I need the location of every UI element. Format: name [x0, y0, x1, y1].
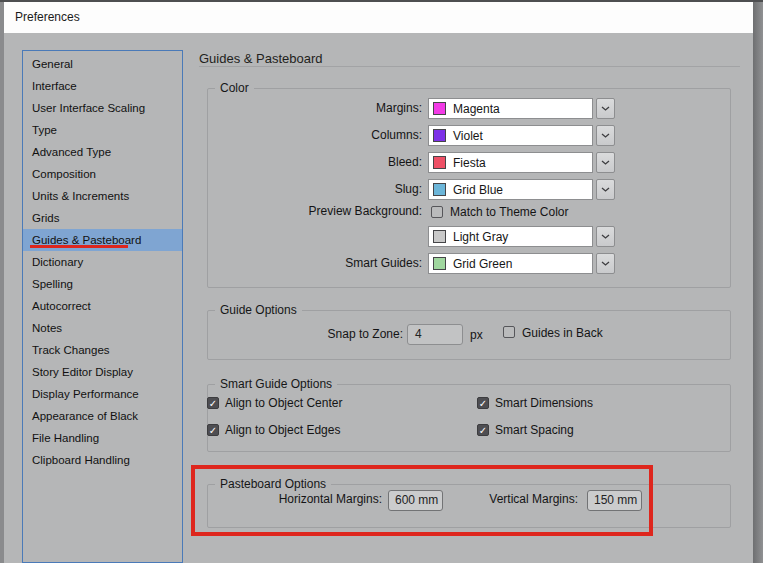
sidebar-item-advanced-type[interactable]: Advanced Type — [23, 141, 182, 163]
smart-guides-swatch — [433, 257, 446, 270]
chevron-down-icon — [601, 106, 610, 111]
columns-dropdown-button[interactable] — [596, 125, 615, 146]
color-group-title: Color — [215, 81, 254, 95]
chevron-down-icon — [601, 261, 610, 266]
slug-color-select[interactable]: Grid Blue — [428, 179, 593, 200]
columns-color-swatch — [433, 129, 446, 142]
sidebar-item-clipboard-handling[interactable]: Clipboard Handling — [23, 449, 182, 471]
match-theme-checkbox[interactable] — [431, 206, 443, 218]
bleed-color-select[interactable]: Fiesta — [428, 152, 593, 173]
align-object-edges-label: Align to Object Edges — [225, 422, 340, 438]
window-titlebar[interactable]: Preferences — [4, 2, 753, 33]
smart-dimensions-label: Smart Dimensions — [495, 395, 593, 411]
slug-color-swatch — [433, 183, 446, 196]
bleed-label: Bleed: — [234, 152, 422, 173]
sidebar-item-user-interface-scaling[interactable]: User Interface Scaling — [23, 97, 182, 119]
margins-label: Margins: — [234, 98, 422, 119]
smart-spacing-label: Smart Spacing — [495, 422, 574, 438]
preview-background-dropdown-button[interactable] — [596, 226, 615, 247]
sidebar-item-grids[interactable]: Grids — [23, 207, 182, 229]
preferences-dialog: Preferences General Interface User Inter… — [4, 2, 753, 563]
sidebar-item-appearance-of-black[interactable]: Appearance of Black — [23, 405, 182, 427]
smart-dimensions-checkbox[interactable]: ✓ — [477, 397, 489, 409]
chevron-down-icon — [601, 234, 610, 239]
guides-in-back-label: Guides in Back — [522, 325, 603, 341]
slug-label: Slug: — [234, 179, 422, 200]
sidebar-item-composition[interactable]: Composition — [23, 163, 182, 185]
slug-dropdown-button[interactable] — [596, 179, 615, 200]
align-object-center-label: Align to Object Center — [225, 395, 342, 411]
window-right-edge — [753, 2, 763, 563]
sidebar-item-interface[interactable]: Interface — [23, 75, 182, 97]
smart-guide-options-title: Smart Guide Options — [215, 377, 337, 391]
bleed-color-value: Fiesta — [453, 156, 486, 170]
page-title: Guides & Pasteboard — [199, 51, 323, 66]
sidebar-item-notes[interactable]: Notes — [23, 317, 182, 339]
slug-color-value: Grid Blue — [453, 183, 503, 197]
align-object-edges-checkbox[interactable]: ✓ — [207, 424, 219, 436]
window-title: Preferences — [15, 10, 80, 24]
annotation-rect — [191, 465, 653, 536]
guides-in-back-checkbox[interactable] — [503, 326, 515, 338]
heading-separator — [199, 66, 740, 67]
bleed-color-swatch — [433, 156, 446, 169]
chevron-down-icon — [601, 133, 610, 138]
smart-spacing-checkbox[interactable]: ✓ — [477, 424, 489, 436]
sidebar-item-story-editor-display[interactable]: Story Editor Display — [23, 361, 182, 383]
chevron-down-icon — [601, 187, 610, 192]
sidebar-item-display-performance[interactable]: Display Performance — [23, 383, 182, 405]
preview-background-swatch — [433, 230, 446, 243]
columns-label: Columns: — [234, 125, 422, 146]
columns-color-select[interactable]: Violet — [428, 125, 593, 146]
smart-guides-value: Grid Green — [453, 257, 512, 271]
match-theme-label: Match to Theme Color — [450, 204, 569, 220]
snap-to-zone-input[interactable]: 4 — [407, 324, 463, 345]
smart-guides-label: Smart Guides: — [234, 253, 422, 274]
margins-color-select[interactable]: Magenta — [428, 98, 593, 119]
screenshot-root: Preferences General Interface User Inter… — [0, 0, 763, 563]
sidebar-item-track-changes[interactable]: Track Changes — [23, 339, 182, 361]
align-object-center-checkbox[interactable]: ✓ — [207, 397, 219, 409]
preferences-sidebar: General Interface User Interface Scaling… — [22, 50, 183, 563]
sidebar-item-type[interactable]: Type — [23, 119, 182, 141]
sidebar-item-dictionary[interactable]: Dictionary — [23, 251, 182, 273]
snap-to-zone-label: Snap to Zone: — [207, 324, 403, 345]
preview-background-label: Preview Background: — [234, 203, 422, 219]
margins-color-value: Magenta — [453, 102, 500, 116]
smart-guides-dropdown-button[interactable] — [596, 253, 615, 274]
guide-options-title: Guide Options — [215, 303, 302, 317]
margins-color-swatch — [433, 102, 446, 115]
chevron-down-icon — [601, 160, 610, 165]
sidebar-item-autocorrect[interactable]: Autocorrect — [23, 295, 182, 317]
sidebar-item-units-increments[interactable]: Units & Increments — [23, 185, 182, 207]
sidebar-item-spelling[interactable]: Spelling — [23, 273, 182, 295]
smart-guides-color-select[interactable]: Grid Green — [428, 253, 593, 274]
preview-background-color-select[interactable]: Light Gray — [428, 226, 593, 247]
sidebar-item-file-handling[interactable]: File Handling — [23, 427, 182, 449]
annotation-underline — [30, 245, 128, 248]
margins-dropdown-button[interactable] — [596, 98, 615, 119]
columns-color-value: Violet — [453, 129, 483, 143]
bleed-dropdown-button[interactable] — [596, 152, 615, 173]
sidebar-item-general[interactable]: General — [23, 53, 182, 75]
snap-unit-label: px — [470, 328, 483, 342]
preview-background-value: Light Gray — [453, 230, 508, 244]
